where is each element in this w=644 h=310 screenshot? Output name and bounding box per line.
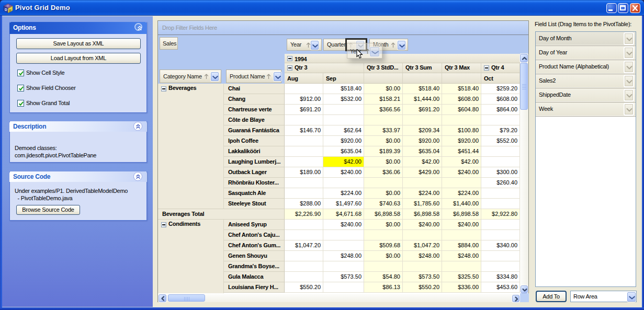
svg-text:D: D	[5, 8, 7, 12]
svg-text:M: M	[7, 4, 9, 7]
